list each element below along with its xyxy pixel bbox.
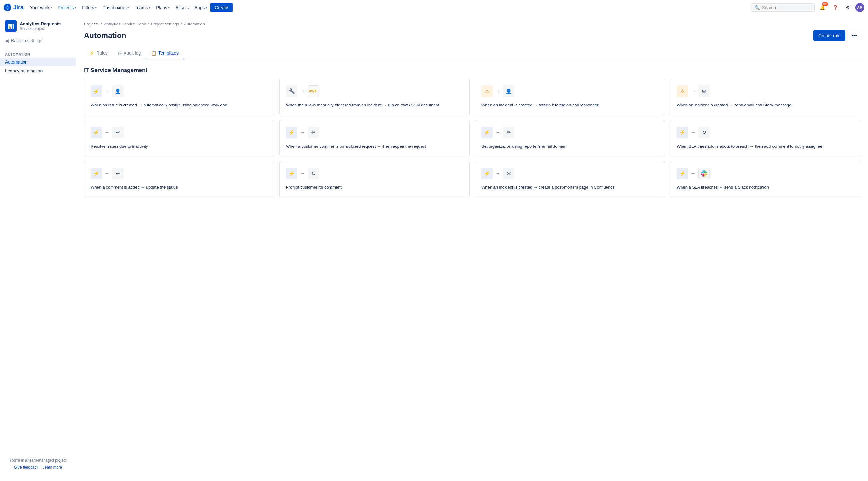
search-container[interactable]: 🔍 (751, 3, 815, 12)
card-prompt-customer[interactable]: ⚡ → ↻ Prompt customer for comment (279, 161, 470, 197)
action-icon: ↻ (698, 127, 710, 138)
notifications-button[interactable]: 🔔 9+ (817, 3, 827, 13)
give-feedback-link[interactable]: Give feedback (14, 465, 38, 470)
nav-item-filters[interactable]: Filters ▾ (80, 4, 99, 11)
card-grid-row2: ⚡ → ↪ Resolve issues due to inactivity ⚡… (84, 120, 860, 156)
page-header: Automation Create rule ••• (84, 30, 860, 41)
card-slack-notification[interactable]: ⚡ → (670, 161, 860, 197)
search-input[interactable] (762, 5, 811, 10)
card-balanced-workload[interactable]: ⚡ → 👤 When an issue is created → automat… (84, 79, 274, 115)
nav-logo[interactable]: Jira (4, 4, 24, 11)
action-icon: ↻ (308, 168, 319, 179)
jira-logo-icon (4, 4, 11, 11)
automation-section-title: AUTOMATION (0, 50, 76, 58)
trigger-icon: ⚠ (481, 86, 493, 97)
create-button[interactable]: Create (210, 3, 232, 12)
sidebar-item-legacy-automation[interactable]: Legacy automation (0, 66, 76, 75)
card-text: Resolve issues due to inactivity (91, 143, 268, 150)
card-icons: ⚡ → ↻ (286, 168, 463, 179)
trigger-icon: ⚡ (91, 127, 102, 138)
breadcrumb-sep: / (101, 22, 102, 26)
back-to-settings[interactable]: ◀ Back to settings (0, 36, 76, 46)
card-text: Prompt customer for comment (286, 184, 463, 191)
sidebar-item-label: Automation (5, 59, 28, 64)
action-icon (698, 168, 710, 179)
nav-item-assets[interactable]: Assets (173, 4, 191, 11)
card-text: When a comment is added → update the sta… (91, 184, 268, 191)
aws-logo-icon: aws (309, 89, 318, 94)
card-icons: ⚡ → (677, 168, 854, 179)
card-confluence-page[interactable]: ⚡ → ✕ When an incident is created → crea… (475, 161, 665, 197)
team-managed-notice: You're in a team-managed project (5, 458, 71, 462)
breadcrumb-automation: Automation (184, 22, 205, 26)
help-button[interactable]: ❓ (830, 3, 840, 13)
breadcrumb-projects[interactable]: Projects (84, 22, 99, 26)
arrow-icon: → (495, 130, 500, 135)
card-text: When the rule is manually triggered from… (286, 102, 463, 108)
card-text: When an issue is created → automatically… (91, 102, 268, 108)
chevron-down-icon: ▾ (75, 6, 76, 9)
breadcrumb-analytics-service-desk[interactable]: Analytics Service Desk (104, 22, 146, 26)
sidebar-footer: You're in a team-managed project Give fe… (0, 453, 76, 475)
card-resolve-inactivity[interactable]: ⚡ → ↪ Resolve issues due to inactivity (84, 120, 274, 156)
templates-icon: 📋 (151, 51, 156, 56)
nav-item-dashboards[interactable]: Dashboards ▾ (100, 4, 131, 11)
nav-item-plans[interactable]: Plans ▾ (153, 4, 172, 11)
trigger-icon: ⚡ (677, 168, 688, 179)
header-actions: Create rule ••• (813, 30, 860, 41)
back-icon: ◀ (5, 38, 8, 43)
breadcrumb: Projects / Analytics Service Desk / Proj… (84, 22, 860, 26)
project-icon: 📊 (5, 20, 17, 32)
arrow-icon: → (495, 88, 500, 94)
tab-audit-log[interactable]: ◎ Audit log (113, 47, 146, 59)
project-type: Service project (20, 26, 61, 31)
project-name: Analytics Requests (20, 21, 61, 26)
card-on-call-responder[interactable]: ⚠ → 👤 When an incident is created → assi… (475, 79, 665, 115)
card-icons: ⚡ → ↪ (91, 168, 268, 179)
action-icon: ↪ (112, 168, 124, 179)
create-rule-button[interactable]: Create rule (813, 31, 845, 41)
card-icons: ⚡ → ↪ (91, 127, 268, 138)
arrow-icon: → (104, 88, 110, 94)
nav-item-teams[interactable]: Teams ▾ (132, 4, 153, 11)
nav-item-projects[interactable]: Projects ▾ (55, 4, 79, 11)
card-sla-threshold[interactable]: ⚡ → ↻ When SLA threshold is about to bre… (670, 120, 860, 156)
card-set-organization[interactable]: ⚡ → ✏ Set organization using reporter's … (475, 120, 665, 156)
card-update-status[interactable]: ⚡ → ↪ When a comment is added → update t… (84, 161, 274, 197)
trigger-icon (286, 86, 298, 97)
trigger-icon: ⚠ (677, 86, 688, 97)
trigger-icon: ⚡ (286, 168, 298, 179)
sidebar-item-automation[interactable]: Automation (0, 58, 76, 66)
wrench-icon (288, 88, 295, 94)
card-text: When an incident is created → create a p… (481, 184, 658, 191)
nav-item-your-work[interactable]: Your work ▾ (27, 4, 55, 11)
audit-icon: ◎ (118, 51, 122, 56)
tab-templates[interactable]: 📋 Templates (146, 47, 184, 59)
learn-more-link[interactable]: Learn more (42, 465, 62, 470)
trigger-icon: ⚡ (91, 168, 102, 179)
card-aws-ssm[interactable]: → aws When the rule is manually triggere… (279, 79, 470, 115)
arrow-icon: → (691, 88, 696, 94)
page-title: Automation (84, 31, 126, 40)
card-reopen-request[interactable]: ⚡ → ↪ When a customer comments on a clos… (279, 120, 470, 156)
avatar[interactable]: AR (855, 3, 864, 12)
settings-button[interactable]: ⚙ (843, 3, 853, 13)
card-email-slack-message[interactable]: ⚠ → ✉ When an incident is created → send… (670, 79, 860, 115)
more-options-button[interactable]: ••• (848, 30, 860, 41)
card-text: When a SLA breaches → send a Slack notif… (677, 184, 854, 191)
breadcrumb-project-settings[interactable]: Project settings (151, 22, 179, 26)
nav-item-apps[interactable]: Apps ▾ (192, 4, 210, 11)
arrow-icon: → (104, 130, 110, 135)
search-icon: 🔍 (754, 5, 760, 10)
tab-rules[interactable]: ⚡ Rules (84, 47, 113, 59)
trigger-icon: ⚡ (481, 168, 493, 179)
arrow-icon: → (300, 88, 305, 94)
chevron-down-icon: ▾ (51, 6, 52, 9)
notification-badge: 9+ (822, 2, 828, 6)
card-icons: ⚡ → ✏ (481, 127, 658, 138)
card-icons: ⚠ → 👤 (481, 86, 658, 97)
action-icon: 👤 (112, 86, 124, 97)
breadcrumb-sep: / (148, 22, 149, 26)
nav-right: 🔍 🔔 9+ ❓ ⚙ AR (751, 3, 864, 13)
action-icon: aws (308, 86, 319, 97)
